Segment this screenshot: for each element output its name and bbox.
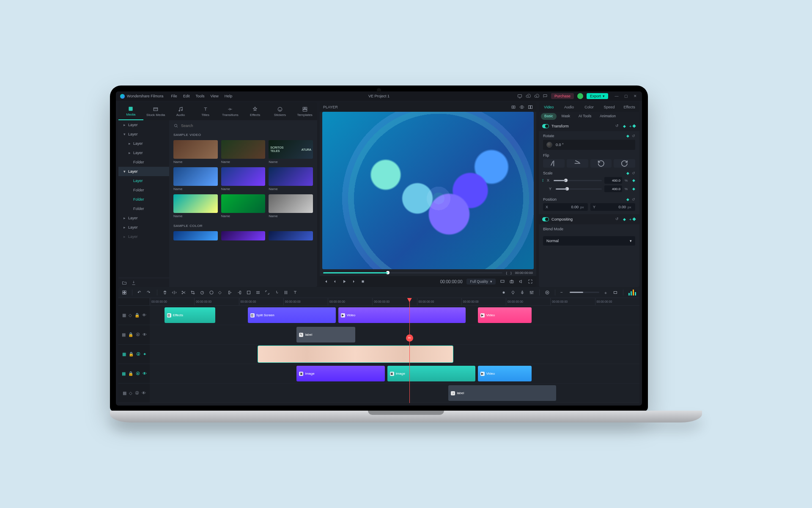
eye-icon[interactable] (519, 105, 524, 110)
clip-video-2[interactable]: ▶Video (478, 307, 532, 323)
compositing-header[interactable]: Compositing ↺◆＋◆ (539, 214, 639, 224)
crop-icon[interactable] (190, 290, 195, 295)
inspector-tab-color[interactable]: Color (579, 102, 599, 112)
tree-item[interactable]: ▸Layer (118, 213, 169, 223)
marker-out-icon[interactable] (228, 290, 233, 295)
subtab-mask[interactable]: Mask (558, 113, 573, 120)
tab-media[interactable]: Media (118, 102, 143, 120)
window-close-icon[interactable]: ✕ (633, 94, 638, 99)
player-viewport[interactable] (322, 112, 534, 269)
inspector-tab-effects[interactable]: Effects (619, 102, 639, 112)
clip-label-1[interactable]: ✎label (296, 327, 355, 342)
media-item[interactable]: Name (221, 194, 266, 218)
compositing-toggle[interactable] (542, 217, 549, 221)
media-item[interactable] (221, 231, 266, 240)
timeline-ruler[interactable]: 00:00:00:0000:00:00:0000:00:00:0000:00:0… (150, 298, 639, 306)
transform-toggle[interactable] (542, 124, 549, 128)
track-5[interactable]: ♪label (150, 384, 639, 403)
tree-item[interactable]: Folder (118, 185, 169, 195)
tab-transitions[interactable]: Transitions (218, 102, 243, 120)
inspector-tab-speed[interactable]: Speed (599, 102, 620, 112)
clip-video-1[interactable]: ▶Video (338, 307, 466, 323)
track-4[interactable]: ▣Image ▣Image ▶Video (150, 364, 639, 384)
clip-effects[interactable]: ▥Effects (165, 307, 215, 323)
keyframe-icon[interactable]: ◆ (623, 124, 626, 128)
keyframe-tool-icon[interactable]: ◇ (218, 290, 223, 295)
marker-icon[interactable] (510, 290, 516, 295)
quality-select[interactable]: Full Quality▾ (466, 279, 496, 284)
zoom-out-icon[interactable]: − (560, 290, 565, 295)
snapshot-icon[interactable] (511, 105, 516, 110)
reset-icon[interactable]: ↺ (615, 124, 620, 129)
window-maximize-icon[interactable]: ▢ (623, 94, 628, 99)
playhead[interactable]: ✂ (409, 298, 410, 403)
menu-edit[interactable]: Edit (183, 94, 190, 98)
tree-item[interactable]: ▸Layer (118, 139, 169, 148)
tab-templates[interactable]: Templates (292, 102, 317, 120)
flip-vertical-button[interactable] (567, 159, 588, 168)
inspector-tab-audio[interactable]: Audio (559, 102, 579, 112)
play-icon[interactable] (342, 279, 347, 284)
delete-icon[interactable] (162, 290, 167, 295)
clip-image-2[interactable]: ▣Image (387, 366, 475, 381)
render-icon[interactable] (545, 290, 550, 295)
keyframe-icon[interactable]: ◆ (632, 178, 635, 182)
track-head-1[interactable]: ▦◇🔒👁 (118, 306, 150, 325)
track-manager-icon[interactable] (255, 290, 261, 295)
rotate-cw-button[interactable] (614, 159, 635, 168)
tab-effects[interactable]: Effects (243, 102, 268, 120)
subtab-animation[interactable]: Animation (596, 113, 619, 120)
media-item[interactable] (173, 231, 218, 240)
audio-mixer-icon[interactable] (283, 290, 288, 295)
inspector-tab-video[interactable]: Video (539, 102, 559, 112)
compare-icon[interactable] (528, 105, 533, 110)
tree-item[interactable]: ▾Layer (118, 167, 169, 176)
keyframe-icon[interactable]: ◆ (626, 171, 629, 175)
keyframe-icon[interactable]: ◆ (623, 217, 626, 221)
clip-label-2[interactable]: ♪label (448, 385, 556, 401)
tree-item[interactable]: Folder (118, 195, 169, 204)
blend-select[interactable]: Normal ▾ (543, 236, 635, 246)
playhead-cut-icon[interactable]: ✂ (406, 334, 413, 342)
volume-icon[interactable] (518, 279, 524, 284)
media-item[interactable]: Name (173, 167, 218, 191)
tree-item[interactable]: ▸Layer (118, 120, 169, 130)
scale-y-slider[interactable] (556, 188, 602, 190)
reset-icon[interactable]: ↺ (615, 217, 620, 222)
add-keyframe-icon[interactable]: ＋◆ (628, 124, 636, 129)
flip-horizontal-button[interactable] (543, 159, 565, 168)
menu-tools[interactable]: Tools (195, 94, 204, 98)
subtab-basic[interactable]: Basic (541, 113, 557, 120)
search-input[interactable] (181, 124, 313, 128)
tree-item[interactable]: Folder (118, 157, 169, 167)
track-head-4[interactable]: ▦🔒⦿👁 (118, 364, 150, 384)
bracket-open-icon[interactable]: { (506, 271, 507, 275)
user-avatar[interactable] (577, 93, 583, 99)
menu-view[interactable]: View (210, 94, 218, 98)
mic-icon[interactable] (520, 290, 525, 295)
clip-image-1[interactable]: ▣Image (296, 366, 384, 381)
rotate-ccw-button[interactable] (590, 159, 612, 168)
menu-file[interactable]: File (171, 94, 177, 98)
media-item[interactable]: Name (221, 167, 266, 191)
record-icon[interactable] (501, 290, 506, 295)
reset-icon[interactable]: ↺ (632, 134, 635, 138)
clip-video-3[interactable]: ▶Video (478, 366, 532, 381)
cloud-upload-icon[interactable] (526, 94, 531, 99)
tab-stickers[interactable]: Stickers (268, 102, 293, 120)
tree-item[interactable]: ▾Layer (118, 130, 169, 139)
media-item[interactable]: Name (221, 140, 266, 164)
reset-icon[interactable]: ↺ (632, 197, 635, 202)
tree-item[interactable]: Folder (118, 204, 169, 213)
layout-icon[interactable] (122, 290, 127, 295)
redo-icon[interactable]: ↷ (147, 290, 152, 295)
import-icon[interactable] (131, 280, 136, 285)
export-button[interactable]: Export▾ (587, 93, 608, 99)
mixer-icon[interactable] (529, 290, 534, 295)
track-1[interactable]: ▥Effects ▥Split Screen ▶Video ▶Video (150, 306, 639, 325)
scale-y-value[interactable]: 400.0 (604, 185, 622, 192)
media-item[interactable]: Name (173, 194, 218, 218)
keyframe-icon[interactable]: ◆ (632, 187, 635, 191)
timeline-area[interactable]: 00:00:00:0000:00:00:0000:00:00:0000:00:0… (150, 298, 639, 403)
media-item[interactable]: Name (269, 194, 313, 218)
